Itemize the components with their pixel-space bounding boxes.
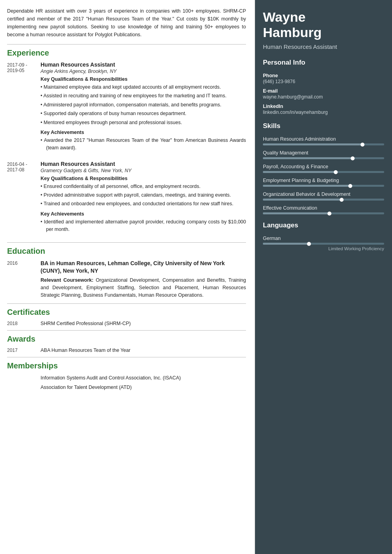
skill-name: Payroll, Accounting & Finance (263, 164, 384, 169)
exp-bullet: Maintained employee data and kept update… (41, 84, 246, 91)
exp-bullet: Administered payroll information, compen… (41, 101, 246, 109)
skill-bar-bg (263, 143, 384, 145)
award-entry-0: 2017 ABA Human Resources Team of the Yea… (7, 348, 246, 353)
skill-bar-fill (263, 143, 362, 145)
experience-entry-1: 2016-04 -2017-08 Human Resources Assista… (7, 161, 246, 237)
exp-achievement: Awarded the 2017 "Human Resources Team o… (41, 137, 246, 152)
certificate-entry-0: 2018 SHRM Certified Professional (SHRM-C… (7, 321, 246, 326)
skill-name: Quality Management (263, 150, 384, 156)
skill-bar-dot (327, 212, 331, 216)
membership-name: Association for Talent Development (ATD) (7, 384, 246, 391)
education-entry-0: 2016 BA in Human Resources, Lehman Colle… (7, 260, 246, 299)
linkedin-value: linkedin.com/in/waynehamburg (263, 110, 384, 115)
skill-bar-dot (348, 184, 352, 188)
skill-bar-fill (263, 199, 342, 201)
personal-info-section: Personal Info Phone (646) 123-9876 E-mai… (263, 59, 384, 115)
email-label: E-mail (263, 88, 384, 94)
exp-bullets-list: Maintained employee data and kept update… (41, 84, 246, 126)
skill-bar-bg (263, 185, 384, 187)
phone-value: (646) 123-9876 (263, 79, 384, 84)
edu-coursework: Relevant Coursework: Organizational Deve… (41, 277, 246, 299)
skill-item-0: Human Resources Administration (263, 136, 384, 145)
award-year: 2017 (7, 348, 41, 353)
linkedin-label: LinkedIn (263, 104, 384, 109)
exp-job-title: Human Resources Assistant (41, 61, 246, 68)
exp-bullet: Trained and onboarded new employees, and… (41, 200, 246, 208)
certificates-container: 2018 SHRM Certified Professional (SHRM-C… (7, 321, 246, 326)
personal-info-title: Personal Info (263, 59, 384, 68)
divider-awards (7, 330, 246, 331)
award-name: ABA Human Resources Team of the Year (41, 348, 130, 353)
left-column: Dependable HR assistant with over 3 year… (0, 0, 255, 554)
experience-section-title: Experience (7, 48, 246, 58)
skill-bar-dot (351, 156, 355, 160)
membership-entry-0: Information Systems Audit and Control As… (7, 374, 246, 382)
exp-achievement: Identified and implemented alternative p… (41, 218, 246, 234)
experience-entry-0: 2017-09 -2019-05 Human Resources Assista… (7, 61, 246, 155)
candidate-name: Wayne Hamburg (263, 9, 384, 40)
skills-container: Human Resources Administration Quality M… (263, 136, 384, 214)
language-item-0: German Limited Working Proficiency (263, 236, 384, 251)
skill-bar-bg (263, 171, 384, 173)
skills-title: Skills (263, 122, 384, 132)
exp-bullet: Ensured confidentiality of all personnel… (41, 183, 246, 190)
lang-bar-dot (307, 242, 311, 246)
skill-item-3: Employment Planning & Budgeting (263, 178, 384, 187)
edu-degree: BA in Human Resources, Lehman College, C… (41, 260, 246, 275)
exp-achievements-list: Awarded the 2017 "Human Resources Team o… (41, 137, 246, 152)
exp-bullets-list: Ensured confidentiality of all personnel… (41, 183, 246, 208)
skill-bar-dot (340, 198, 344, 202)
exp-content: Human Resources Assistant Angie Arkins A… (41, 61, 246, 155)
skill-bar-fill (263, 185, 350, 187)
skill-bar-fill (263, 157, 353, 159)
exp-bullet: Provided administrative support with pay… (41, 191, 246, 199)
exp-bullet: Assisted in recruiting and training of n… (41, 92, 246, 100)
exp-achievements-label: Key Achievements (41, 211, 246, 217)
divider-certificates (7, 303, 246, 304)
exp-dates: 2017-09 -2019-05 (7, 61, 41, 155)
certificates-section-title: Certificates (7, 308, 246, 317)
skill-bar-fill (263, 212, 329, 214)
exp-qualifications-label: Key Qualifications & Responsibilities (41, 76, 246, 82)
exp-achievements-label: Key Achievements (41, 130, 246, 135)
skill-bar-dot (334, 170, 338, 174)
right-column: Wayne Hamburg Human Resources Assistant … (255, 0, 392, 554)
exp-company: Angie Arkins Agency, Brooklyn, NY (41, 69, 246, 74)
skill-item-4: Organizational Behavior & Development (263, 191, 384, 201)
languages-container: German Limited Working Proficiency (263, 236, 384, 251)
skill-name: Organizational Behavior & Development (263, 191, 384, 197)
exp-company: Gramercy Gadgets & Gifts, New York, NY (41, 168, 246, 173)
awards-container: 2017 ABA Human Resources Team of the Yea… (7, 348, 246, 353)
cert-year: 2018 (7, 321, 41, 326)
languages-title: Languages (263, 221, 384, 231)
exp-achievements-list: Identified and implemented alternative p… (41, 218, 246, 234)
phone-label: Phone (263, 73, 384, 78)
exp-dates: 2016-04 -2017-08 (7, 161, 41, 237)
skill-item-5: Effective Communication (263, 205, 384, 214)
skill-name: Employment Planning & Budgeting (263, 178, 384, 183)
skill-item-1: Quality Management (263, 150, 384, 159)
skill-bar-bg (263, 212, 384, 214)
memberships-container: Information Systems Audit and Control As… (7, 374, 246, 392)
exp-job-title: Human Resources Assistant (41, 161, 246, 167)
cert-name: SHRM Certified Professional (SHRM-CP) (41, 321, 131, 326)
membership-entry-1: Association for Talent Development (ATD) (7, 384, 246, 391)
education-section-title: Education (7, 247, 246, 256)
exp-bullet: Mentored employees through personal and … (41, 119, 246, 126)
membership-name: Information Systems Audit and Control As… (7, 374, 246, 382)
skill-bar-bg (263, 199, 384, 201)
experience-container: 2017-09 -2019-05 Human Resources Assista… (7, 61, 246, 237)
exp-bullet: Supported daily operations of busy human… (41, 110, 246, 117)
skill-item-2: Payroll, Accounting & Finance (263, 164, 384, 173)
awards-section-title: Awards (7, 335, 246, 344)
divider-experience (7, 44, 246, 45)
skill-name: Human Resources Administration (263, 136, 384, 142)
exp-content: Human Resources Assistant Gramercy Gadge… (41, 161, 246, 237)
edu-content: BA in Human Resources, Lehman College, C… (41, 260, 246, 299)
skill-bar-bg (263, 157, 384, 159)
lang-name: German (263, 236, 384, 241)
divider-memberships (7, 357, 246, 357)
divider-education (7, 242, 246, 243)
memberships-section-title: Memberships (7, 361, 246, 370)
coursework-label: Relevant Coursework: (41, 277, 93, 283)
